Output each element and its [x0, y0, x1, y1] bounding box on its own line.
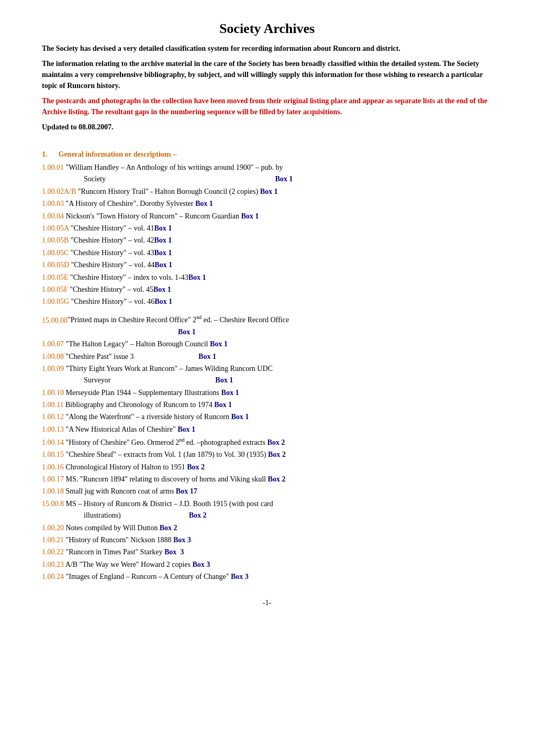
list-item: 1.00.15 "Cheshire Sheaf" – extracts from…	[42, 449, 492, 461]
entry-id: 1.00.11	[42, 401, 63, 409]
list-item: 1.00.05C "Cheshire History" – vol. 43Box…	[42, 247, 492, 259]
entry-id: 1.00.01	[42, 163, 64, 171]
entry-id: 1.00.21	[42, 536, 64, 544]
list-item: 15.00.08"Printed maps in Cheshire Record…	[42, 314, 492, 338]
list-item: 1.00.20 Notes compiled by Will Dutton Bo…	[42, 522, 492, 534]
list-item: 1.00.05G "Cheshire History" – vol. 46Box…	[42, 296, 492, 308]
entry-id: 1.00.17	[42, 475, 64, 483]
list-item: 1.00.21 "History of Runcorn" Nickson 188…	[42, 534, 492, 546]
entry-id: 1.00.16	[42, 463, 64, 471]
entry-id: 1.00.08	[42, 353, 64, 360]
intro-updated: Updated to 08.08.2007.	[42, 122, 492, 133]
intro-para1: The Society has devised a very detailed …	[42, 43, 492, 54]
list-item: 1.00.18 Small jug with Runcorn coat of a…	[42, 486, 492, 497]
list-item: 1.00.17 MS. "Runcorn 1894" relating to d…	[42, 474, 492, 485]
entry-id: 1.00.22	[42, 548, 64, 556]
page-title: Society Archives	[42, 21, 492, 37]
section1-heading: 1. General information or descriptions –	[42, 150, 492, 159]
list-item: 1.00.08 "Cheshire Past" issue 3 Box 1	[42, 351, 492, 363]
list-item: 15.00.8 MS – History of Runcorn & Distri…	[42, 498, 492, 522]
list-item: 1.00.02A/B "Runcorn History Trail" - Hal…	[42, 186, 492, 198]
list-item: 1.00.04 Nickson's "Town History of Runco…	[42, 211, 492, 222]
intro-para3: The postcards and photographs in the col…	[42, 95, 492, 117]
list-item: 1.00.05B "Cheshire History" – vol. 42Box…	[42, 235, 492, 246]
entry-id: 1.00.03	[42, 200, 64, 207]
list-item: 1.00.12 "Along the Waterfront" – a river…	[42, 411, 492, 423]
entry-id: 1.00.23	[42, 561, 64, 568]
list-item: 1.00.22 "Runcorn in Times Past" Starkey …	[42, 546, 492, 558]
list-item: 1.00.13 "A New Historical Atlas of Chesh…	[42, 424, 492, 435]
list-item: 1.00.05D "Cheshire History" – vol. 44Box…	[42, 259, 492, 271]
entry-id: 1.00.14	[42, 439, 64, 446]
entry-id: 1.00.05G	[42, 298, 69, 305]
list-item: 1.00.11 Bibliography and Chronology of R…	[42, 399, 492, 411]
list-item: 1.00.09 "Thirty Eight Years Work at Runc…	[42, 363, 492, 387]
entry-id: 1.00.05A	[42, 224, 69, 232]
list-item: 1.00.10 Merseyside Plan 1944 – Supplemen…	[42, 387, 492, 399]
list-item: 1.00.16 Chronological History of Halton …	[42, 462, 492, 473]
entry-id: 1.00.05B	[42, 236, 69, 244]
entry-id: 1.00.05F	[42, 286, 68, 293]
entry-id: 1.00.05E	[42, 273, 69, 281]
entry-id: 1.00.05D	[42, 261, 69, 269]
entry-id: 1.00.09	[42, 365, 64, 372]
list-item: 1.00.14 "History of Cheshire" Geo. Ormer…	[42, 436, 492, 448]
entry-id: 1.00.05C	[42, 249, 69, 257]
entry-id: 1.00.04	[42, 212, 64, 220]
entry-id: 1.00.02A/B	[42, 188, 76, 195]
entry-id: 1.00.24	[42, 573, 64, 580]
page-number: -1-	[42, 599, 492, 607]
list-item: 1.00.03 "A History of Cheshire". Dorothy…	[42, 198, 492, 210]
entry-id: 15.00.08	[42, 316, 68, 324]
list-item: 1.00.23 A/B "The Way we Were" Howard 2 c…	[42, 559, 492, 571]
list-item: 1.00.01 "William Handley – An Anthology …	[42, 162, 492, 185]
entry-id: 1.00.12	[42, 413, 64, 421]
entry-id: 15.00.8	[42, 500, 64, 508]
list-item: 1.00.05A "Cheshire History" – vol. 41Box…	[42, 223, 492, 234]
intro-para2: The information relating to the archive …	[42, 58, 492, 91]
list-item: 1.00.07 "The Halton Legacy" – Halton Bor…	[42, 338, 492, 350]
entry-id: 1.00.18	[42, 487, 64, 495]
entry-id: 1.00.10	[42, 389, 64, 397]
list-item: 1.00.05F "Cheshire History" – vol. 45Box…	[42, 284, 492, 295]
entry-id: 1.00.13	[42, 425, 64, 433]
list-item: 1.00.24 "Images of England – Runcorn – A…	[42, 571, 492, 583]
entry-id: 1.00.07	[42, 340, 64, 348]
entry-id: 1.00.15	[42, 451, 64, 458]
list-item: 1.00.05E "Cheshire History" – index to v…	[42, 272, 492, 283]
entry-id: 1.00.20	[42, 524, 64, 532]
